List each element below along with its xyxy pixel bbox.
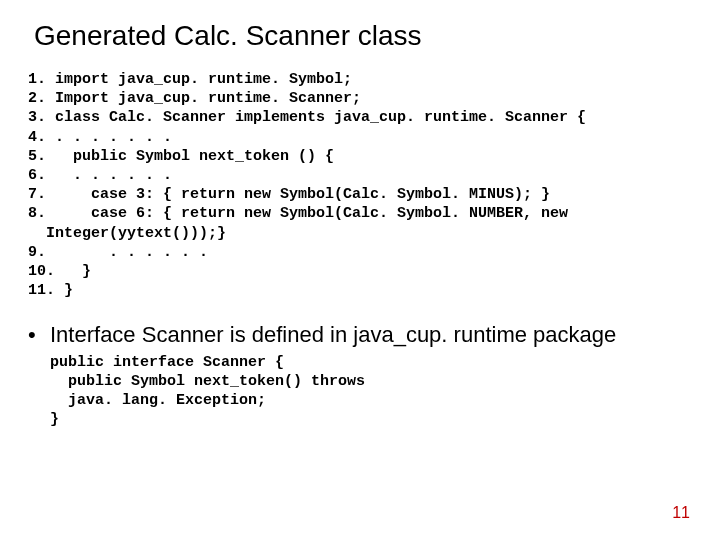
bullet-text: Interface Scanner is defined in java_cup… <box>50 322 616 348</box>
code-pre <box>55 167 73 184</box>
subcode-line: public interface Scanner { <box>50 354 284 371</box>
subcode-line: public Symbol next_token() throws <box>50 373 365 390</box>
code-pre <box>55 244 109 261</box>
code-lineno: 6. <box>28 167 46 184</box>
code-text: case 3: { return new Symbol(Calc. Symbol… <box>91 186 550 203</box>
code-lineno: 1. <box>28 71 46 88</box>
code-text: class Calc. Scanner implements java_cup.… <box>55 109 586 126</box>
code-lineno: 2. <box>28 90 46 107</box>
bullet-row: • Interface Scanner is defined in java_c… <box>28 322 692 348</box>
code-text: . . . . . . <box>73 167 172 184</box>
code-text: } <box>82 263 91 280</box>
code-lineno: 11. <box>28 282 55 299</box>
code-pre <box>28 225 46 242</box>
code-text: Integer(yytext()));} <box>46 225 226 242</box>
slide-title: Generated Calc. Scanner class <box>34 20 692 52</box>
code-pre <box>55 186 91 203</box>
subcode-line: java. lang. Exception; <box>50 392 266 409</box>
sub-code-block: public interface Scanner { public Symbol… <box>50 353 692 430</box>
code-text: . . . . . . . <box>55 129 172 146</box>
subcode-line: } <box>50 411 59 428</box>
code-lineno: 7. <box>28 186 46 203</box>
page-number: 11 <box>672 504 690 522</box>
code-pre <box>55 148 73 165</box>
code-text: Import java_cup. runtime. Scanner; <box>55 90 361 107</box>
code-lineno: 3. <box>28 109 46 126</box>
code-lineno: 9. <box>28 244 46 261</box>
code-lineno: 8. <box>28 205 46 222</box>
code-lineno: 10. <box>28 263 55 280</box>
code-text: case 6: { return new Symbol(Calc. Symbol… <box>91 205 568 222</box>
bullet-dot-icon: • <box>28 322 50 348</box>
code-pre <box>64 263 82 280</box>
code-block: 1. import java_cup. runtime. Symbol; 2. … <box>28 70 692 300</box>
code-text: public Symbol next_token () { <box>73 148 334 165</box>
code-text: } <box>64 282 73 299</box>
code-lineno: 4. <box>28 129 46 146</box>
code-text: . . . . . . <box>109 244 208 261</box>
code-text: import java_cup. runtime. Symbol; <box>55 71 352 88</box>
code-lineno: 5. <box>28 148 46 165</box>
code-pre <box>55 205 91 222</box>
